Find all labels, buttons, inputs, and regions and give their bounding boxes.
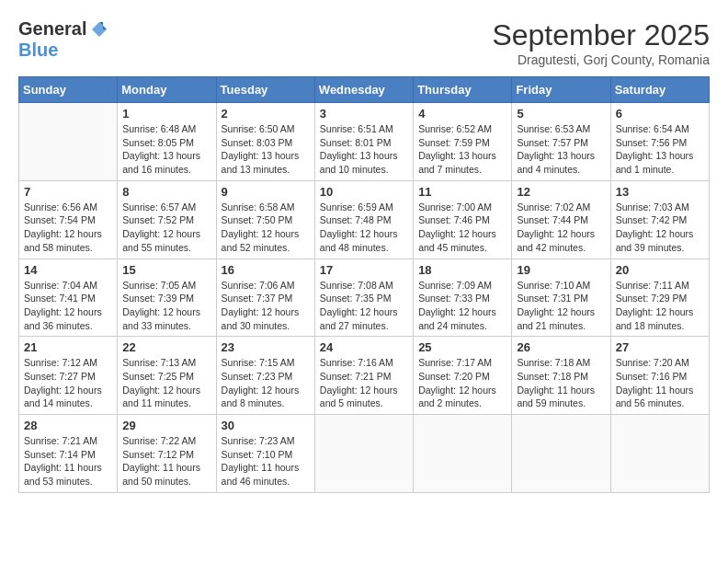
day-detail: Sunrise: 7:21 AMSunset: 7:14 PMDaylight:… bbox=[24, 434, 112, 488]
day-number: 5 bbox=[517, 107, 605, 121]
calendar-cell: 6 Sunrise: 6:54 AMSunset: 7:56 PMDayligh… bbox=[610, 103, 709, 181]
day-number: 18 bbox=[418, 263, 506, 277]
day-detail: Sunrise: 7:05 AMSunset: 7:39 PMDaylight:… bbox=[122, 279, 210, 333]
day-number: 20 bbox=[616, 263, 704, 277]
day-number: 8 bbox=[122, 185, 210, 199]
day-number: 3 bbox=[320, 107, 408, 121]
logo-general-text: General bbox=[18, 18, 86, 40]
day-detail: Sunrise: 7:09 AMSunset: 7:33 PMDaylight:… bbox=[418, 279, 506, 333]
calendar-cell: 12 Sunrise: 7:02 AMSunset: 7:44 PMDaylig… bbox=[512, 180, 610, 259]
month-title: September 2025 bbox=[492, 18, 710, 52]
day-detail: Sunrise: 7:11 AMSunset: 7:29 PMDaylight:… bbox=[616, 279, 704, 333]
day-detail: Sunrise: 7:15 AMSunset: 7:23 PMDaylight:… bbox=[222, 356, 310, 410]
weekday-header-thursday: Thursday bbox=[414, 77, 512, 103]
day-detail: Sunrise: 7:16 AMSunset: 7:21 PMDaylight:… bbox=[320, 356, 408, 410]
calendar-cell: 18 Sunrise: 7:09 AMSunset: 7:33 PMDaylig… bbox=[414, 259, 512, 337]
day-detail: Sunrise: 7:08 AMSunset: 7:35 PMDaylight:… bbox=[320, 279, 408, 333]
calendar-week-row-1: 1 Sunrise: 6:48 AMSunset: 8:05 PMDayligh… bbox=[19, 103, 710, 181]
calendar-cell: 14 Sunrise: 7:04 AMSunset: 7:41 PMDaylig… bbox=[19, 259, 118, 337]
calendar-cell: 28 Sunrise: 7:21 AMSunset: 7:14 PMDaylig… bbox=[19, 415, 118, 493]
day-number: 29 bbox=[122, 419, 210, 432]
calendar-cell: 7 Sunrise: 6:56 AMSunset: 7:54 PMDayligh… bbox=[19, 180, 118, 259]
weekday-header-monday: Monday bbox=[118, 77, 216, 103]
calendar-cell: 11 Sunrise: 7:00 AMSunset: 7:46 PMDaylig… bbox=[414, 180, 512, 259]
calendar-cell bbox=[512, 415, 610, 493]
day-detail: Sunrise: 6:58 AMSunset: 7:50 PMDaylight:… bbox=[222, 201, 310, 255]
day-detail: Sunrise: 6:48 AMSunset: 8:05 PMDaylight:… bbox=[122, 122, 210, 177]
day-number: 24 bbox=[320, 340, 408, 354]
calendar-cell: 2 Sunrise: 6:50 AMSunset: 8:03 PMDayligh… bbox=[216, 103, 314, 181]
calendar-cell: 24 Sunrise: 7:16 AMSunset: 7:21 PMDaylig… bbox=[314, 337, 413, 415]
day-number: 16 bbox=[222, 263, 310, 277]
day-number: 10 bbox=[320, 185, 408, 199]
calendar-cell: 3 Sunrise: 6:51 AMSunset: 8:01 PMDayligh… bbox=[314, 103, 413, 181]
calendar-cell: 17 Sunrise: 7:08 AMSunset: 7:35 PMDaylig… bbox=[314, 259, 413, 337]
day-detail: Sunrise: 6:53 AMSunset: 7:57 PMDaylight:… bbox=[517, 122, 605, 177]
day-number: 19 bbox=[517, 263, 605, 277]
logo-icon bbox=[90, 20, 108, 39]
weekday-header-friday: Friday bbox=[512, 77, 610, 103]
calendar-cell: 30 Sunrise: 7:23 AMSunset: 7:10 PMDaylig… bbox=[216, 415, 314, 493]
calendar-cell: 23 Sunrise: 7:15 AMSunset: 7:23 PMDaylig… bbox=[216, 337, 314, 415]
logo-blue-text: Blue bbox=[18, 40, 58, 60]
calendar-cell: 10 Sunrise: 6:59 AMSunset: 7:48 PMDaylig… bbox=[314, 180, 413, 259]
day-detail: Sunrise: 7:20 AMSunset: 7:16 PMDaylight:… bbox=[616, 356, 704, 410]
day-number: 2 bbox=[222, 107, 310, 121]
day-number: 7 bbox=[24, 185, 112, 199]
day-number: 23 bbox=[222, 340, 310, 354]
calendar-week-row-4: 21 Sunrise: 7:12 AMSunset: 7:27 PMDaylig… bbox=[19, 337, 710, 415]
day-detail: Sunrise: 6:52 AMSunset: 7:59 PMDaylight:… bbox=[418, 122, 506, 177]
day-detail: Sunrise: 7:23 AMSunset: 7:10 PMDaylight:… bbox=[222, 434, 310, 488]
calendar-cell bbox=[414, 415, 512, 493]
day-number: 27 bbox=[616, 340, 704, 354]
weekday-header-saturday: Saturday bbox=[610, 77, 709, 103]
day-number: 17 bbox=[320, 263, 408, 277]
calendar-cell: 29 Sunrise: 7:22 AMSunset: 7:12 PMDaylig… bbox=[118, 415, 216, 493]
calendar-cell: 4 Sunrise: 6:52 AMSunset: 7:59 PMDayligh… bbox=[414, 103, 512, 181]
day-detail: Sunrise: 6:57 AMSunset: 7:52 PMDaylight:… bbox=[122, 201, 210, 255]
day-detail: Sunrise: 7:12 AMSunset: 7:27 PMDaylight:… bbox=[24, 356, 112, 410]
calendar-cell: 22 Sunrise: 7:13 AMSunset: 7:25 PMDaylig… bbox=[118, 337, 216, 415]
day-detail: Sunrise: 6:51 AMSunset: 8:01 PMDaylight:… bbox=[320, 122, 408, 177]
day-detail: Sunrise: 6:59 AMSunset: 7:48 PMDaylight:… bbox=[320, 201, 408, 255]
weekday-header-sunday: Sunday bbox=[19, 77, 118, 103]
weekday-header-wednesday: Wednesday bbox=[314, 77, 413, 103]
calendar-cell: 21 Sunrise: 7:12 AMSunset: 7:27 PMDaylig… bbox=[19, 337, 118, 415]
calendar-week-row-2: 7 Sunrise: 6:56 AMSunset: 7:54 PMDayligh… bbox=[19, 180, 710, 259]
logo: General Blue bbox=[18, 18, 108, 61]
calendar-cell: 16 Sunrise: 7:06 AMSunset: 7:37 PMDaylig… bbox=[216, 259, 314, 337]
day-detail: Sunrise: 6:54 AMSunset: 7:56 PMDaylight:… bbox=[616, 122, 704, 177]
day-number: 21 bbox=[24, 340, 112, 354]
day-detail: Sunrise: 7:03 AMSunset: 7:42 PMDaylight:… bbox=[616, 201, 704, 255]
calendar-cell: 25 Sunrise: 7:17 AMSunset: 7:20 PMDaylig… bbox=[414, 337, 512, 415]
day-detail: Sunrise: 7:18 AMSunset: 7:18 PMDaylight:… bbox=[517, 356, 605, 410]
day-detail: Sunrise: 7:00 AMSunset: 7:46 PMDaylight:… bbox=[418, 201, 506, 255]
calendar-table: SundayMondayTuesdayWednesdayThursdayFrid… bbox=[18, 76, 710, 493]
day-number: 14 bbox=[24, 263, 112, 277]
day-detail: Sunrise: 7:22 AMSunset: 7:12 PMDaylight:… bbox=[122, 434, 210, 488]
calendar-cell: 20 Sunrise: 7:11 AMSunset: 7:29 PMDaylig… bbox=[610, 259, 709, 337]
calendar-cell: 5 Sunrise: 6:53 AMSunset: 7:57 PMDayligh… bbox=[512, 103, 610, 181]
day-number: 26 bbox=[517, 340, 605, 354]
day-number: 15 bbox=[122, 263, 210, 277]
calendar-cell: 19 Sunrise: 7:10 AMSunset: 7:31 PMDaylig… bbox=[512, 259, 610, 337]
calendar-cell: 13 Sunrise: 7:03 AMSunset: 7:42 PMDaylig… bbox=[610, 180, 709, 259]
calendar-cell bbox=[610, 415, 709, 493]
calendar-cell: 27 Sunrise: 7:20 AMSunset: 7:16 PMDaylig… bbox=[610, 337, 709, 415]
day-detail: Sunrise: 7:13 AMSunset: 7:25 PMDaylight:… bbox=[122, 356, 210, 410]
calendar-cell: 1 Sunrise: 6:48 AMSunset: 8:05 PMDayligh… bbox=[118, 103, 216, 181]
location: Dragutesti, Gorj County, Romania bbox=[492, 52, 710, 67]
page-header: General Blue September 2025 Dragutesti, … bbox=[18, 18, 710, 67]
day-number: 11 bbox=[418, 185, 506, 199]
day-detail: Sunrise: 7:02 AMSunset: 7:44 PMDaylight:… bbox=[517, 201, 605, 255]
title-section: September 2025 Dragutesti, Gorj County, … bbox=[492, 18, 710, 67]
day-detail: Sunrise: 6:50 AMSunset: 8:03 PMDaylight:… bbox=[222, 122, 310, 177]
weekday-header-tuesday: Tuesday bbox=[216, 77, 314, 103]
calendar-cell: 15 Sunrise: 7:05 AMSunset: 7:39 PMDaylig… bbox=[118, 259, 216, 337]
calendar-week-row-5: 28 Sunrise: 7:21 AMSunset: 7:14 PMDaylig… bbox=[19, 415, 710, 493]
day-number: 1 bbox=[122, 107, 210, 121]
calendar-week-row-3: 14 Sunrise: 7:04 AMSunset: 7:41 PMDaylig… bbox=[19, 259, 710, 337]
weekday-header-row: SundayMondayTuesdayWednesdayThursdayFrid… bbox=[19, 77, 710, 103]
calendar-cell: 26 Sunrise: 7:18 AMSunset: 7:18 PMDaylig… bbox=[512, 337, 610, 415]
day-number: 30 bbox=[222, 419, 310, 432]
